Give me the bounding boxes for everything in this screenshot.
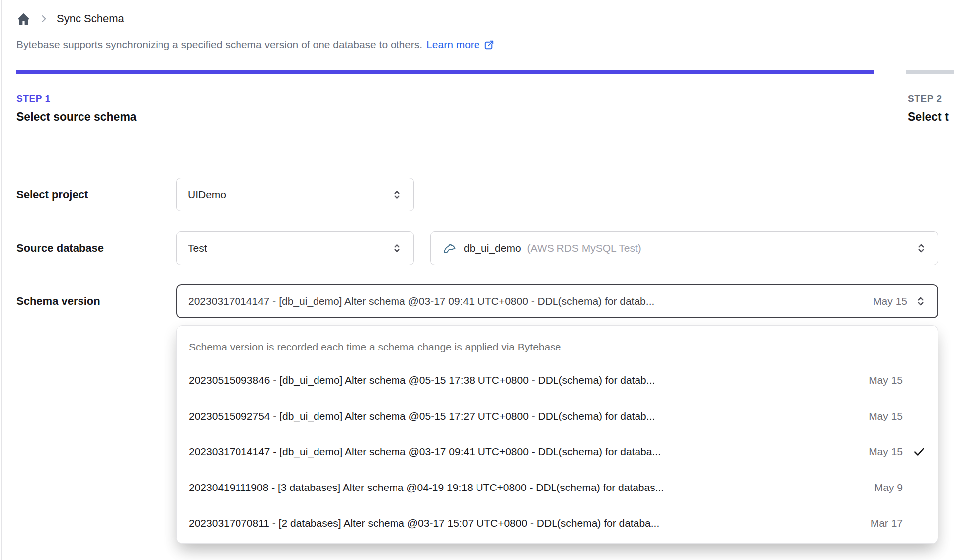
check-icon (908, 445, 926, 458)
step-2: STEP 2 Select t (908, 93, 949, 124)
step-2-id: STEP 2 (908, 93, 949, 104)
option-text: 20230419111908 - [3 databases] Alter sch… (189, 482, 866, 493)
schema-version-option[interactable]: 20230515092754 - [db_ui_demo] Alter sche… (177, 398, 938, 434)
option-text: 20230317070811 - [2 databases] Alter sch… (189, 517, 862, 529)
schema-version-select-date: May 15 (873, 295, 907, 307)
database-annotation: (AWS RDS MySQL Test) (527, 242, 641, 254)
schema-version-dropdown: Schema version is recorded each time a s… (176, 325, 938, 544)
progress-segment-upcoming (906, 70, 954, 74)
home-icon[interactable] (16, 12, 31, 26)
mysql-icon (442, 241, 457, 256)
chevron-up-down-icon (914, 295, 927, 308)
step-1-title: Select source schema (16, 110, 137, 124)
breadcrumb: Sync Schema (16, 9, 124, 29)
select-project-row: Select project UIDemo (16, 178, 414, 211)
step-1: STEP 1 Select source schema (16, 93, 137, 124)
project-select[interactable]: UIDemo (176, 178, 414, 211)
environment-select-value: Test (188, 242, 384, 254)
step-progress-bar (16, 70, 954, 74)
description-text: Bytebase supports synchronizing a specif… (16, 39, 422, 51)
schema-version-option-selected[interactable]: 20230317014147 - [db_ui_demo] Alter sche… (177, 434, 938, 470)
schema-version-option[interactable]: 20230515093846 - [db_ui_demo] Alter sche… (177, 362, 938, 398)
schema-version-option[interactable]: 20230419111908 - [3 databases] Alter sch… (177, 470, 938, 505)
learn-more-label: Learn more (426, 39, 479, 51)
breadcrumb-separator-icon (39, 14, 49, 24)
database-name: db_ui_demo (464, 242, 521, 254)
source-database-label: Source database (16, 242, 176, 255)
database-select[interactable]: db_ui_demo (AWS RDS MySQL Test) (430, 231, 938, 265)
chevron-up-down-icon (391, 188, 403, 201)
option-date: May 15 (869, 446, 903, 458)
option-date: May 15 (869, 410, 903, 422)
page-description: Bytebase supports synchronizing a specif… (16, 39, 495, 51)
environment-select[interactable]: Test (176, 231, 414, 265)
chevron-up-down-icon (915, 242, 928, 255)
chevron-up-down-icon (391, 242, 403, 255)
option-date: May 15 (869, 374, 903, 386)
step-1-id: STEP 1 (16, 93, 137, 104)
database-select-value: db_ui_demo (AWS RDS MySQL Test) (464, 242, 908, 254)
source-database-row: Source database Test db_ui_demo (AWS RDS… (16, 231, 938, 265)
option-text: 20230515092754 - [db_ui_demo] Alter sche… (189, 410, 860, 422)
progress-segment-active (16, 70, 874, 74)
dropdown-note: Schema version is recorded each time a s… (177, 332, 938, 362)
option-text: 20230317014147 - [db_ui_demo] Alter sche… (189, 446, 860, 458)
page-title: Sync Schema (57, 12, 124, 25)
option-date: May 9 (874, 482, 903, 493)
schema-version-label: Schema version (16, 295, 176, 308)
schema-version-option[interactable]: 20230317070811 - [2 databases] Alter sch… (177, 505, 938, 541)
learn-more-link[interactable]: Learn more (426, 39, 494, 51)
option-text: 20230515093846 - [db_ui_demo] Alter sche… (189, 374, 860, 386)
schema-version-select[interactable]: 20230317014147 - [db_ui_demo] Alter sche… (176, 284, 938, 318)
schema-version-row: Schema version 20230317014147 - [db_ui_d… (16, 284, 938, 318)
project-select-value: UIDemo (188, 189, 384, 201)
step-2-title: Select t (908, 110, 949, 124)
schema-version-select-value: 20230317014147 - [db_ui_demo] Alter sche… (188, 295, 864, 307)
option-date: Mar 17 (871, 517, 903, 529)
select-project-label: Select project (16, 188, 176, 201)
page-left-border (1, 0, 2, 560)
external-link-icon (483, 39, 495, 51)
